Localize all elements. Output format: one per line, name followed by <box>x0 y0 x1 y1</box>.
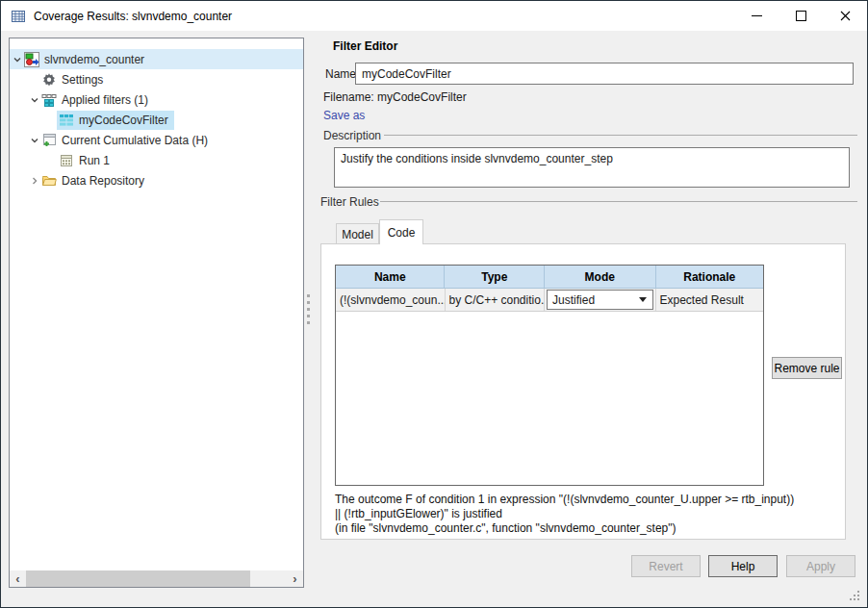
description-rule <box>384 135 857 136</box>
coverage-results-window: Coverage Results: slvnvdemo_counter slvn… <box>0 0 868 608</box>
filter-rules-label: Filter Rules <box>320 195 379 209</box>
tree-item-label: myCodeCovFilter <box>79 114 168 127</box>
description-input[interactable]: Justify the conditions inside slvnvdemo_… <box>334 147 850 188</box>
tree-node[interactable]: slvnvdemo_counter <box>22 50 150 69</box>
rule-type-cell[interactable]: by C/C++ conditio... <box>446 289 546 311</box>
filter-icon <box>59 113 74 128</box>
tree-node[interactable]: Run 1 <box>57 151 115 170</box>
applied-filters-icon <box>41 92 57 108</box>
code-tab-panel: NameTypeModeRationale (!(slvnvdemo_coun.… <box>320 243 846 540</box>
chevron-down-icon <box>639 297 647 302</box>
run-icon <box>59 153 74 168</box>
name-label: Name <box>325 67 356 81</box>
filter-editor-title: Filter Editor <box>333 39 397 53</box>
name-input-value: myCodeCovFilter <box>362 67 451 81</box>
minimize-icon <box>752 15 762 16</box>
table-row[interactable]: (!(slvnvdemo_coun...by C/C++ conditio...… <box>336 289 763 312</box>
maximize-button[interactable] <box>779 1 823 31</box>
outcome-text-line: (in file "slvnvdemo_counter.c", function… <box>335 521 839 536</box>
outcome-text: The outcome F of condition 1 in expressi… <box>335 493 839 536</box>
chevron-spacer <box>46 155 58 166</box>
help-button[interactable]: Help <box>708 555 778 577</box>
tree-item-label: Current Cumulative Data (H) <box>62 134 208 147</box>
rule-mode-cell[interactable]: Justified <box>545 289 655 311</box>
tree-node[interactable]: Current Cumulative Data (H) <box>39 131 214 150</box>
window-controls <box>734 1 867 31</box>
mode-dropdown-value: Justified <box>552 293 595 307</box>
table-header-rationale: Rationale <box>656 266 764 288</box>
tree: slvnvdemo_counterSettingsApplied filters… <box>10 49 303 190</box>
tree-item-settings[interactable]: Settings <box>10 69 303 89</box>
panel-splitter[interactable] <box>305 290 311 328</box>
chevron-right-icon[interactable] <box>29 175 40 187</box>
chevron-spacer <box>46 114 58 126</box>
table-header-name: Name <box>336 266 445 288</box>
tree-item-label: Data Repository <box>62 174 144 188</box>
tab-model[interactable]: Model <box>336 223 379 244</box>
scrollbar-thumb[interactable] <box>26 570 250 587</box>
tree-node[interactable]: Applied filters (1) <box>39 90 154 110</box>
mode-dropdown[interactable]: Justified <box>547 290 652 310</box>
cumulative-data-icon <box>41 133 57 148</box>
apply-button[interactable]: Apply <box>786 555 855 577</box>
close-icon <box>840 11 851 21</box>
chevron-down-icon[interactable] <box>12 54 23 65</box>
tab-code[interactable]: Code <box>379 219 423 244</box>
tree-item-label: Settings <box>62 73 103 87</box>
tree-item-label: Applied filters (1) <box>62 93 148 107</box>
chevron-down-icon[interactable] <box>29 135 40 146</box>
tree-item-mycodecovfilter[interactable]: myCodeCovFilter <box>10 110 303 130</box>
model-icon <box>24 52 39 67</box>
tree-item-label: Run 1 <box>79 154 110 167</box>
titlebar[interactable]: Coverage Results: slvnvdemo_counter <box>1 1 867 31</box>
filename-text: Filename: myCodeCovFilter <box>323 90 467 104</box>
resize-grip[interactable] <box>850 591 861 602</box>
name-input[interactable]: myCodeCovFilter <box>355 63 854 85</box>
description-value: Justify the conditions inside slvnvdemo_… <box>341 152 613 165</box>
chevron-down-icon[interactable] <box>29 94 40 106</box>
remove-rule-button[interactable]: Remove rule <box>772 357 842 379</box>
rule-name-cell[interactable]: (!(slvnvdemo_coun... <box>336 289 446 311</box>
scroll-right-arrow-icon[interactable]: › <box>287 570 303 587</box>
save-as-link[interactable]: Save as <box>323 109 365 122</box>
results-tree-panel: slvnvdemo_counterSettingsApplied filters… <box>9 38 304 588</box>
tree-node[interactable]: myCodeCovFilter <box>57 111 174 130</box>
outcome-text-line: The outcome F of condition 1 in expressi… <box>335 493 839 507</box>
minimize-button[interactable] <box>734 1 779 31</box>
table-body: (!(slvnvdemo_coun...by C/C++ conditio...… <box>336 289 763 312</box>
tree-item-label: slvnvdemo_counter <box>44 53 144 66</box>
table-header-type: Type <box>445 266 545 288</box>
tree-item-applied-filters-1-[interactable]: Applied filters (1) <box>10 89 303 110</box>
tree-horizontal-scrollbar[interactable]: ‹ › <box>10 570 303 587</box>
table-header-mode: Mode <box>545 266 655 288</box>
splitter-grip-icon <box>307 294 310 324</box>
tree-node[interactable]: Settings <box>39 70 109 89</box>
maximize-icon <box>796 11 806 21</box>
filter-rules-rule <box>380 201 857 202</box>
tree-item-run-1[interactable]: Run 1 <box>10 150 303 170</box>
revert-button[interactable]: Revert <box>631 555 701 577</box>
tree-item-current-cumulative-data-h-[interactable]: Current Cumulative Data (H) <box>10 130 303 150</box>
outcome-text-line: || (!rtb_inputGElower)" is justified <box>335 507 839 521</box>
close-button[interactable] <box>823 1 867 31</box>
gear-icon <box>41 72 57 88</box>
folder-icon <box>41 173 57 189</box>
description-label: Description <box>323 129 381 142</box>
table-header-row: NameTypeModeRationale <box>336 266 763 289</box>
rule-rationale-cell[interactable]: Expected Result <box>656 289 764 311</box>
filter-rules-table: NameTypeModeRationale (!(slvnvdemo_coun.… <box>335 265 764 486</box>
coverage-table-icon <box>11 9 26 24</box>
window-title: Coverage Results: slvnvdemo_counter <box>34 10 232 23</box>
chevron-spacer <box>29 74 40 86</box>
tree-node[interactable]: Data Repository <box>39 171 150 190</box>
tree-item-slvnvdemo-counter[interactable]: slvnvdemo_counter <box>10 49 303 69</box>
scroll-left-arrow-icon[interactable]: ‹ <box>10 570 26 587</box>
tree-item-data-repository[interactable]: Data Repository <box>10 170 303 190</box>
